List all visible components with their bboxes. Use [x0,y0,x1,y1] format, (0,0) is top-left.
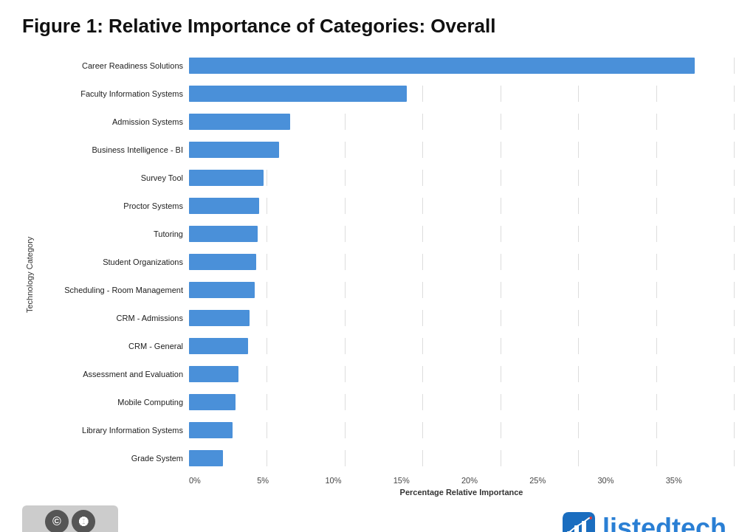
gridline [267,422,267,438]
gridline [501,394,501,410]
gridline [734,86,735,102]
bar-label: Library Information Systems [34,425,189,435]
cc-icon: © [45,510,69,532]
gridline [734,394,735,410]
gridline [578,450,579,466]
bar-fill [189,226,258,242]
gridline [501,142,501,158]
chart-inner: Career Readiness SolutionsFaculty Inform… [34,52,734,497]
gridline [501,310,501,326]
gridline [345,142,346,158]
gridline [656,450,657,466]
gridline [422,142,423,158]
gridline [656,226,657,242]
gridline [501,422,501,438]
gridline [345,114,346,130]
x-axis-label: Percentage Relative Importance [189,488,734,497]
bar-fill [189,254,256,270]
gridline [578,394,579,410]
gridline [734,226,735,242]
gridline [345,394,346,410]
gridline [345,170,346,186]
gridline [345,450,346,466]
bar-track [189,198,734,214]
gridline [267,254,267,270]
gridline [422,450,423,466]
bar-label: Grade System [34,453,189,463]
gridline [656,282,657,298]
gridline [422,170,423,186]
bar-fill [189,282,255,298]
bar-label: Faculty Information Systems [34,89,189,99]
bar-fill [189,338,248,354]
bar-label: Career Readiness Solutions [34,61,189,71]
bar-label: Assessment and Evaluation [34,369,189,379]
bar-track [189,366,734,382]
gridline [422,282,423,298]
gridline [267,282,267,298]
bar-track [189,226,734,242]
bar-track [189,338,734,354]
bar-track [189,310,734,326]
gridline [734,282,735,298]
bar-track [189,86,734,102]
x-tick: 30% [598,476,666,485]
gridline [501,282,501,298]
gridline [422,394,423,410]
bar-fill [189,450,223,466]
bar-track [189,58,734,74]
gridline [578,114,579,130]
gridline [656,142,657,158]
gridline [267,198,267,214]
gridline [501,114,501,130]
gridline [578,254,579,270]
gridline [422,198,423,214]
bar-fill [189,366,238,382]
bar-label: Tutoring [34,229,189,239]
bar-fill [189,114,290,130]
gridline [267,338,267,354]
gridline [267,394,267,410]
gridline [656,310,657,326]
bar-row: Tutoring [34,221,734,247]
gridline [267,226,267,242]
footer: © 🅘 BY listedtech. [22,505,734,532]
bar-track [189,282,734,298]
gridline [501,86,501,102]
brand-chart-icon [561,511,597,533]
gridline [345,422,346,438]
bar-fill [189,170,264,186]
x-tick: 5% [257,476,325,485]
gridline [422,226,423,242]
gridline [345,226,346,242]
gridline [734,198,735,214]
gridline [734,422,735,438]
x-tick: 10% [326,476,394,485]
x-tick: 25% [529,476,597,485]
gridline [734,114,735,130]
gridline [734,142,735,158]
gridline [345,310,346,326]
brand-dot: . [726,513,734,533]
gridline [345,198,346,214]
bar-row: Admission Systems [34,108,734,135]
gridline [578,142,579,158]
brand-logo: listedtech. [561,511,734,533]
bar-row: Survey Tool [34,165,734,191]
gridline [578,366,579,382]
gridline [734,310,735,326]
gridline [422,366,423,382]
gridline [656,114,657,130]
bar-row: Mobile Computing [34,389,734,415]
gridline [578,226,579,242]
gridline [345,338,346,354]
gridline [267,310,267,326]
gridline [734,450,735,466]
chart-title: Figure 1: Relative Importance of Categor… [22,15,734,38]
gridline [501,226,501,242]
bar-row: CRM - General [34,333,734,359]
x-tick: 20% [461,476,529,485]
bar-fill [189,58,695,74]
bar-fill [189,86,407,102]
gridline [422,86,423,102]
